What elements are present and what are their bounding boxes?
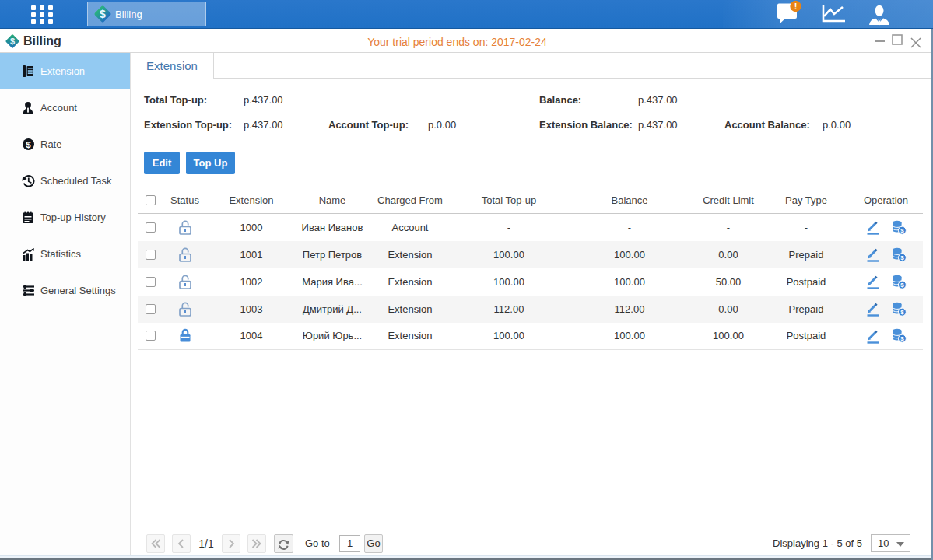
svg-text:$: $ [900,335,904,342]
svg-text:$: $ [900,309,904,316]
svg-text:$: $ [100,8,106,20]
svg-text:$: $ [900,254,904,261]
svg-text:$: $ [900,227,904,234]
svg-text:$: $ [26,140,31,149]
svg-text:$: $ [900,282,904,289]
svg-text:!: ! [794,2,798,11]
